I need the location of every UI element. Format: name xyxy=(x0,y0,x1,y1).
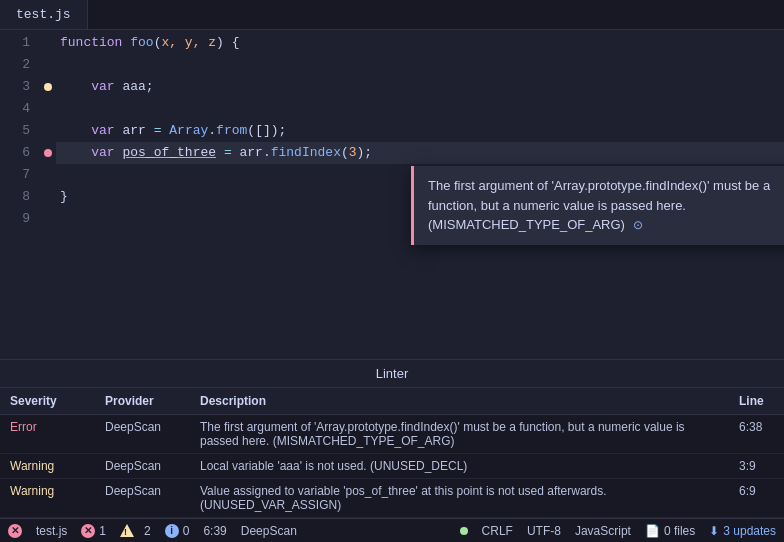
status-bar: ✕ test.js ✕ 1 2 i 0 6:39 DeepScan CRLF U… xyxy=(0,518,784,542)
linter-table-header: Severity Provider Description Line xyxy=(0,388,784,415)
row3-line: 6:9 xyxy=(729,479,784,518)
row3-severity: Warning xyxy=(0,479,95,518)
position-label: 6:39 xyxy=(203,524,226,538)
row1-provider: DeepScan xyxy=(95,415,190,454)
col-line: Line xyxy=(729,388,784,415)
charset-label: UTF-8 xyxy=(527,524,561,538)
table-row[interactable]: Error DeepScan The first argument of 'Ar… xyxy=(0,415,784,454)
status-dot xyxy=(460,527,468,535)
filename-label: test.js xyxy=(36,524,67,538)
row1-line: 6:38 xyxy=(729,415,784,454)
linter-table: Severity Provider Description Line Error… xyxy=(0,388,784,518)
status-updates[interactable]: ⬇ 3 updates xyxy=(709,524,776,538)
table-row[interactable]: Warning DeepScan Value assigned to varia… xyxy=(0,479,784,518)
code-line-5: var arr = Array.from([]); xyxy=(56,120,784,142)
line-num-3: 3 xyxy=(0,76,30,98)
line-num-5: 5 xyxy=(0,120,30,142)
error-tooltip: The first argument of 'Array.prototype.f… xyxy=(411,166,784,245)
error-dot-6 xyxy=(44,149,52,157)
line-num-7: 7 xyxy=(0,164,30,186)
row1-severity: Error xyxy=(0,415,95,454)
linter-header: Linter xyxy=(0,360,784,388)
row3-description: Value assigned to variable 'pos_of_three… xyxy=(190,479,729,518)
gutter-8 xyxy=(40,186,56,208)
linter-title: Linter xyxy=(376,366,409,381)
code-line-2 xyxy=(56,54,784,76)
status-errors: ✕ 1 xyxy=(81,524,106,538)
line-num-2: 2 xyxy=(0,54,30,76)
gutter-9 xyxy=(40,208,56,230)
line-num-8: 8 xyxy=(0,186,30,208)
row2-severity: Warning xyxy=(0,454,95,479)
status-language: JavaScript xyxy=(575,524,631,538)
tab-label: test.js xyxy=(16,7,71,22)
provider-label: DeepScan xyxy=(241,524,297,538)
gutter-7 xyxy=(40,164,56,186)
encoding-label: CRLF xyxy=(482,524,513,538)
col-provider: Provider xyxy=(95,388,190,415)
line-num-9: 9 xyxy=(0,208,30,230)
tooltip-message: The first argument of 'Array.prototype.f… xyxy=(428,178,770,232)
gutter-3 xyxy=(40,76,56,98)
line-num-6: 6 xyxy=(0,142,30,164)
file-icon: 📄 xyxy=(645,524,660,538)
tooltip-link[interactable]: ⊙ xyxy=(633,218,643,232)
code-lines: function foo(x, y, z) { var aaa; var arr… xyxy=(56,30,784,359)
gutter-6 xyxy=(40,142,56,164)
status-provider: DeepScan xyxy=(241,524,297,538)
gutter-1 xyxy=(40,32,56,54)
status-info: i 0 xyxy=(165,524,190,538)
editor: 1 2 3 4 5 6 7 8 9 function foo(x, y, z) … xyxy=(0,30,784,359)
status-position: 6:39 xyxy=(203,524,226,538)
row2-line: 3:9 xyxy=(729,454,784,479)
gutter-5 xyxy=(40,120,56,142)
status-files: 📄 0 files xyxy=(645,524,695,538)
line-num-1: 1 xyxy=(0,32,30,54)
linter-table-body: Error DeepScan The first argument of 'Ar… xyxy=(0,415,784,518)
code-line-3: var aaa; xyxy=(56,76,784,98)
status-charset: UTF-8 xyxy=(527,524,561,538)
warning-dot-3 xyxy=(44,83,52,91)
row3-provider: DeepScan xyxy=(95,479,190,518)
tab-bar: test.js xyxy=(0,0,784,30)
info-count-icon: i xyxy=(165,524,179,538)
gutter-4 xyxy=(40,98,56,120)
gutter-2 xyxy=(40,54,56,76)
tab-test-js[interactable]: test.js xyxy=(0,0,88,29)
row2-description: Local variable 'aaa' is not used. (UNUSE… xyxy=(190,454,729,479)
line-numbers: 1 2 3 4 5 6 7 8 9 xyxy=(0,30,40,359)
line-num-4: 4 xyxy=(0,98,30,120)
table-row[interactable]: Warning DeepScan Local variable 'aaa' is… xyxy=(0,454,784,479)
code-line-4 xyxy=(56,98,784,120)
warning-count: 2 xyxy=(144,524,151,538)
gutter xyxy=(40,30,56,359)
updates-icon: ⬇ xyxy=(709,524,719,538)
language-label: JavaScript xyxy=(575,524,631,538)
linter-header-row: Severity Provider Description Line xyxy=(0,388,784,415)
linter-panel: Linter Severity Provider Description Lin… xyxy=(0,359,784,518)
status-encoding: CRLF xyxy=(482,524,513,538)
error-icon: ✕ xyxy=(8,524,22,538)
warning-count-icon xyxy=(120,524,134,537)
row1-description: The first argument of 'Array.prototype.f… xyxy=(190,415,729,454)
error-count: 1 xyxy=(99,524,106,538)
updates-label: 3 updates xyxy=(723,524,776,538)
code-area: 1 2 3 4 5 6 7 8 9 function foo(x, y, z) … xyxy=(0,30,784,359)
status-dot-item xyxy=(460,527,468,535)
row2-provider: DeepScan xyxy=(95,454,190,479)
files-label: 0 files xyxy=(664,524,695,538)
status-error-count-icon: ✕ xyxy=(81,524,95,538)
status-error-icon-item: ✕ xyxy=(8,524,22,538)
info-count: 0 xyxy=(183,524,190,538)
col-description: Description xyxy=(190,388,729,415)
col-severity: Severity xyxy=(0,388,95,415)
code-line-1: function foo(x, y, z) { xyxy=(56,32,784,54)
status-filename: test.js xyxy=(36,524,67,538)
code-line-6: var pos_of_three = arr.findIndex(3); xyxy=(56,142,784,164)
status-warnings: 2 xyxy=(120,524,151,538)
